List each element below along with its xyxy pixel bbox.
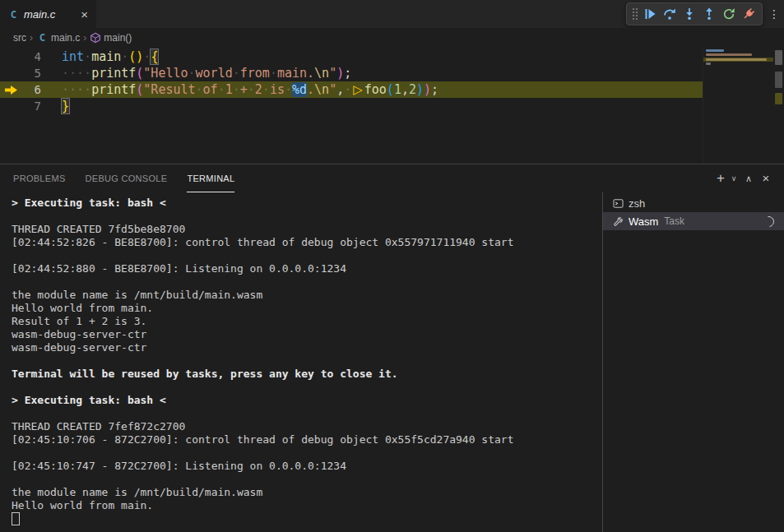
step-over-button[interactable] — [660, 4, 680, 24]
code-text: } — [41, 98, 69, 114]
code-line-7[interactable]: 7} — [0, 98, 703, 114]
terminal-line: the module name is /mnt/build/main.wasm — [12, 289, 601, 302]
terminal-line: Hello world from main. — [12, 302, 601, 315]
restart-icon — [722, 7, 735, 21]
tab-close-icon[interactable]: × — [79, 8, 90, 21]
breadcrumb-item-src[interactable]: src — [13, 32, 26, 44]
minimap-line — [706, 49, 724, 52]
maximize-panel-button[interactable]: ∧ — [740, 172, 758, 185]
terminal-list: zshWasmTask — [602, 192, 784, 532]
breadcrumb-item-main[interactable]: main() — [90, 32, 132, 44]
breadcrumb-label: main.c — [51, 32, 80, 44]
terminal-line: Terminal will be reused by tasks, press … — [12, 368, 601, 381]
bottom-panel: PROBLEMSDEBUG CONSOLETERMINAL +∨∧× > Exe… — [0, 164, 784, 532]
disconnect-icon — [742, 7, 755, 21]
editor-lines: 4int·main·()·{5····printf("Hello·world·f… — [0, 49, 703, 114]
tab-title: main.c — [24, 8, 79, 21]
overview-ruler-mark — [775, 72, 782, 88]
terminal-line: [02:44:52:880 - BE8E8700]: Listening on … — [12, 262, 601, 275]
terminal-line: THREAD CREATED 7fd5be8e8700 — [12, 223, 601, 236]
terminal-line: [02:45:10:747 - 872C2700]: Listening on … — [12, 460, 601, 473]
disconnect-button[interactable] — [739, 4, 758, 24]
c-file-icon: C — [7, 7, 20, 21]
overview-ruler-mark — [775, 50, 782, 65]
task-running-spinner-icon — [761, 214, 776, 229]
drag-grip-icon — [632, 7, 638, 21]
vscode-window: C main.c × ⋮ src›Cmain.c›main() 4int·mai… — [0, 0, 784, 532]
terminal-line: wasm-debug-server-ctr — [12, 341, 601, 354]
panel-tab-problems[interactable]: PROBLEMS — [13, 164, 66, 192]
code-line-6[interactable]: 6····printf("Result·of·1·+·2·is·%d.\n",·… — [0, 81, 703, 98]
tools-icon — [613, 216, 624, 227]
editor-more-actions-icon[interactable]: ⋮ — [768, 7, 781, 21]
terminal-output[interactable]: > Executing task: bash < THREAD CREATED … — [0, 197, 601, 532]
breakpoint-gutter[interactable] — [0, 98, 21, 114]
breakpoint-gutter[interactable] — [0, 65, 21, 81]
terminal-line — [12, 512, 601, 525]
code-editor[interactable]: 4int·main·()·{5····printf("Hello·world·f… — [0, 47, 784, 164]
panel-tabs: PROBLEMSDEBUG CONSOLETERMINAL — [13, 164, 254, 192]
breadcrumb-separator: › — [26, 32, 36, 44]
debug-toolbar — [626, 2, 763, 25]
continue-icon — [643, 7, 656, 21]
terminal-line — [12, 249, 601, 262]
terminal-list-item-zsh[interactable]: zsh — [603, 194, 784, 212]
panel-header: PROBLEMSDEBUG CONSOLETERMINAL +∨∧× — [0, 164, 784, 192]
step-into-target-icon: ▷ — [351, 82, 364, 97]
overview-ruler-mark — [775, 93, 782, 104]
code-text: ····printf("Hello·world·from·main.\n"); — [41, 65, 351, 81]
c-file-icon: C — [36, 31, 49, 44]
panel-tab-debug-console[interactable]: DEBUG CONSOLE — [86, 164, 168, 192]
terminal-line: THREAD CREATED 7fef872c2700 — [12, 420, 601, 433]
restart-button[interactable] — [719, 4, 739, 24]
terminal-item-label: zsh — [629, 197, 645, 210]
minimap[interactable] — [703, 47, 773, 164]
line-number: 7 — [21, 98, 41, 114]
code-line-4[interactable]: 4int·main·()·{ — [0, 49, 703, 65]
line-number: 6 — [21, 81, 41, 98]
terminal-line — [12, 210, 601, 223]
code-text: int·main·()·{ — [41, 49, 158, 65]
terminal-line: wasm-debug-server-ctr — [12, 328, 601, 341]
terminal-item-label: Wasm — [629, 215, 658, 228]
editor-tab-bar: C main.c × ⋮ — [0, 0, 784, 28]
step-into-button[interactable] — [680, 4, 699, 24]
step-out-icon — [703, 7, 716, 21]
terminal-line — [12, 354, 601, 368]
close-panel-button[interactable]: × — [758, 172, 774, 185]
minimap-line — [706, 62, 711, 65]
terminal-line — [12, 407, 601, 420]
tab-main-c[interactable]: C main.c × — [0, 0, 97, 28]
breadcrumb-label: src — [13, 32, 26, 44]
terminal-line — [12, 275, 601, 289]
minimap-line — [706, 58, 767, 61]
line-number: 4 — [21, 49, 41, 65]
breakpoint-gutter[interactable] — [0, 49, 21, 65]
terminal-icon — [613, 198, 624, 209]
step-out-button[interactable] — [699, 4, 719, 24]
drag-grip[interactable] — [630, 4, 640, 24]
terminal-launch-dropdown-button[interactable]: ∨ — [728, 172, 740, 185]
line-number: 5 — [21, 65, 41, 81]
terminal-list-item-wasm[interactable]: WasmTask — [603, 212, 784, 230]
terminal-line: [02:44:52:826 - BE8E8700]: control threa… — [12, 236, 601, 249]
overview-ruler[interactable] — [773, 47, 784, 164]
minimap-line — [706, 53, 752, 56]
panel-body: > Executing task: bash < THREAD CREATED … — [0, 192, 784, 532]
breadcrumb-label: main() — [104, 32, 132, 44]
breadcrumb-item-main-c[interactable]: Cmain.c — [36, 31, 80, 44]
svg-text:C: C — [39, 32, 45, 44]
terminal-item-detail: Task — [664, 215, 684, 227]
code-line-5[interactable]: 5····printf("Hello·world·from·main.\n"); — [0, 65, 703, 81]
terminal-line: the module name is /mnt/build/main.wasm — [12, 486, 601, 499]
terminal-line: Hello world from main. — [12, 499, 601, 512]
panel-actions: +∨∧× — [713, 164, 774, 192]
terminal-line: Result of 1 + 2 is 3. — [12, 315, 601, 328]
terminal-line: > Executing task: bash < — [12, 394, 601, 407]
terminal-line — [12, 473, 601, 486]
symbol-method-icon — [90, 32, 101, 44]
debug-current-line-arrow[interactable] — [0, 81, 21, 98]
panel-tab-terminal[interactable]: TERMINAL — [187, 164, 234, 192]
new-terminal-button[interactable]: + — [713, 172, 728, 185]
continue-button[interactable] — [640, 4, 660, 24]
